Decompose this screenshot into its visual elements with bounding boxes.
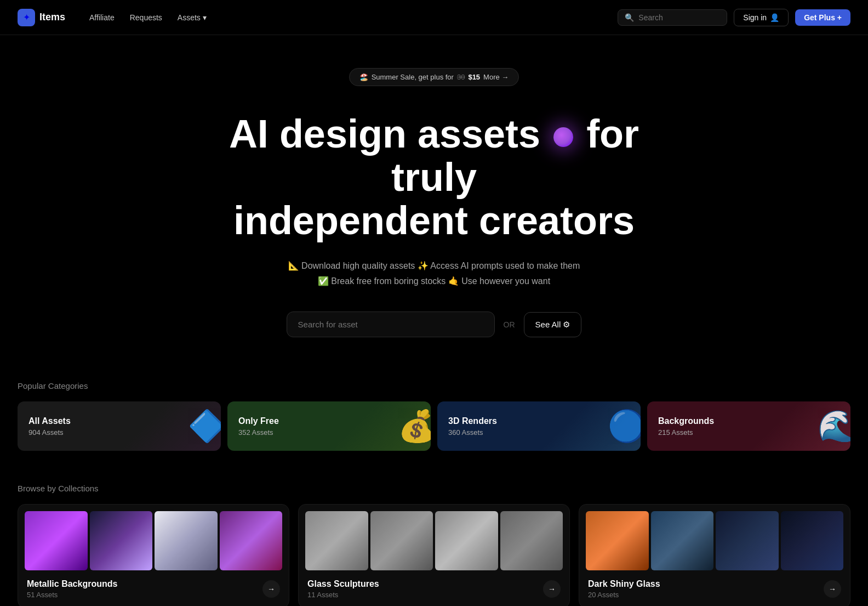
promo-more-link[interactable]: More → (483, 73, 509, 81)
collection-info-metallic: Metallic Backgrounds 51 Assets → (18, 570, 289, 606)
collection-card-glass[interactable]: Glass Sculptures 11 Assets → (298, 504, 570, 606)
hero-search-row: OR See All ⚙ (287, 312, 582, 337)
hero-orb (553, 127, 573, 147)
nav-link-assets[interactable]: Assets ▾ (171, 10, 213, 25)
search-icon: 🔍 (625, 13, 634, 22)
collection-name-glass: Glass Sculptures (307, 579, 379, 589)
promo-emoji: 🏖️ (359, 73, 368, 81)
category-card-all-assets[interactable]: All Assets 904 Assets 🔷 (18, 401, 221, 451)
collection-name-metallic: Metallic Backgrounds (27, 579, 117, 589)
hero-section: 🏖️ Summer Sale, get plus for 30 $15 More… (0, 35, 868, 381)
logo-text: Items (39, 12, 65, 23)
category-deco-all: 🔷 (188, 408, 221, 444)
collection-img-dark-4 (781, 511, 844, 570)
or-label: OR (504, 320, 515, 329)
hero-subtitle: 📐 Download high quality assets ✨ Access … (288, 258, 580, 290)
collection-info-glass: Glass Sculptures 11 Assets → (299, 570, 569, 606)
logo[interactable]: ✦ Items (18, 9, 65, 26)
collection-arrow-glass[interactable]: → (543, 580, 561, 598)
collection-img-metallic-3 (155, 511, 218, 570)
collection-card-dark-glass[interactable]: Dark Shiny Glass 20 Assets → (579, 504, 850, 606)
see-all-button[interactable]: See All ⚙ (524, 312, 582, 337)
category-count-all: 904 Assets (28, 428, 210, 437)
category-card-only-free[interactable]: Only Free 352 Assets 💰 (227, 401, 431, 451)
collection-img-dark-1 (586, 511, 649, 570)
collection-arrow-dark-glass[interactable]: → (824, 580, 841, 598)
category-deco-3d: 🔵 (608, 408, 641, 444)
category-card-3d-renders[interactable]: 3D Renders 360 Assets 🔵 (437, 401, 641, 451)
collection-img-metallic-1 (25, 511, 88, 570)
promo-text: Summer Sale, get plus for (372, 73, 454, 81)
collection-img-glass-3 (435, 511, 498, 570)
hero-search-input[interactable] (287, 312, 495, 337)
nav-right: 🔍 Sign in 👤 Get Plus + (618, 9, 850, 26)
collection-img-glass-1 (305, 511, 368, 570)
collection-count-dark-glass: 20 Assets (588, 591, 660, 599)
category-deco-bg: 🌊 (818, 408, 850, 444)
category-name-all: All Assets (28, 416, 210, 426)
hero-title-part3: independent creators (233, 199, 635, 242)
collections-grid: Metallic Backgrounds 51 Assets → Glass S… (18, 504, 850, 606)
promo-old-price: 30 (457, 73, 465, 81)
person-icon: 👤 (770, 13, 779, 22)
collection-img-glass-2 (370, 511, 433, 570)
collection-images-dark-glass (579, 505, 850, 570)
hero-title-part1: AI design assets (229, 112, 540, 156)
hero-title: AI design assets for truly independent c… (215, 112, 653, 243)
collection-images-glass (299, 505, 569, 570)
collection-img-dark-3 (716, 511, 779, 570)
collection-info-dark-glass: Dark Shiny Glass 20 Assets → (579, 570, 850, 606)
signin-button[interactable]: Sign in 👤 (734, 9, 789, 26)
category-count-3d: 360 Assets (448, 428, 630, 437)
hero-subtitle-line1: 📐 Download high quality assets ✨ Access … (288, 261, 580, 270)
category-count-free: 352 Assets (238, 428, 420, 437)
nav-links: Affiliate Requests Assets ▾ (83, 10, 618, 25)
collection-text-glass: Glass Sculptures 11 Assets (307, 579, 379, 599)
collection-count-metallic: 51 Assets (27, 591, 117, 599)
hero-subtitle-line2: ✅ Break free from boring stocks 🤙 Use ho… (318, 276, 550, 286)
collection-img-dark-2 (651, 511, 714, 570)
popular-categories-title: Popular Categories (18, 381, 850, 390)
collection-text-dark-glass: Dark Shiny Glass 20 Assets (588, 579, 660, 599)
collection-text-metallic: Metallic Backgrounds 51 Assets (27, 579, 117, 599)
nav-search-input[interactable] (638, 13, 720, 22)
nav-link-affiliate[interactable]: Affiliate (83, 10, 121, 25)
promo-banner[interactable]: 🏖️ Summer Sale, get plus for 30 $15 More… (349, 68, 519, 86)
category-deco-free: 💰 (398, 408, 431, 444)
collections-title: Browse by Collections (18, 484, 850, 493)
collection-images-metallic (18, 505, 289, 570)
navbar: ✦ Items Affiliate Requests Assets ▾ 🔍 Si… (0, 0, 868, 35)
promo-new-price: $15 (468, 73, 480, 81)
popular-categories-section: Popular Categories All Assets 904 Assets… (0, 381, 868, 484)
category-card-backgrounds[interactable]: Backgrounds 215 Assets 🌊 (647, 401, 850, 451)
collection-count-glass: 11 Assets (307, 591, 379, 599)
category-name-free: Only Free (238, 416, 420, 426)
category-name-3d: 3D Renders (448, 416, 630, 426)
category-name-bg: Backgrounds (658, 416, 840, 426)
category-count-bg: 215 Assets (658, 428, 840, 437)
nav-search-bar[interactable]: 🔍 (618, 9, 727, 26)
collection-name-dark-glass: Dark Shiny Glass (588, 579, 660, 589)
categories-grid: All Assets 904 Assets 🔷 Only Free 352 As… (18, 401, 850, 451)
nav-link-requests[interactable]: Requests (123, 10, 169, 25)
collection-img-glass-4 (500, 511, 563, 570)
getplus-button[interactable]: Get Plus + (795, 9, 850, 26)
collection-arrow-metallic[interactable]: → (262, 580, 280, 598)
collection-img-metallic-2 (90, 511, 153, 570)
collections-section: Browse by Collections Metallic Backgroun… (0, 484, 868, 606)
collection-img-metallic-4 (220, 511, 283, 570)
collection-card-metallic[interactable]: Metallic Backgrounds 51 Assets → (18, 504, 289, 606)
logo-icon: ✦ (18, 9, 35, 26)
